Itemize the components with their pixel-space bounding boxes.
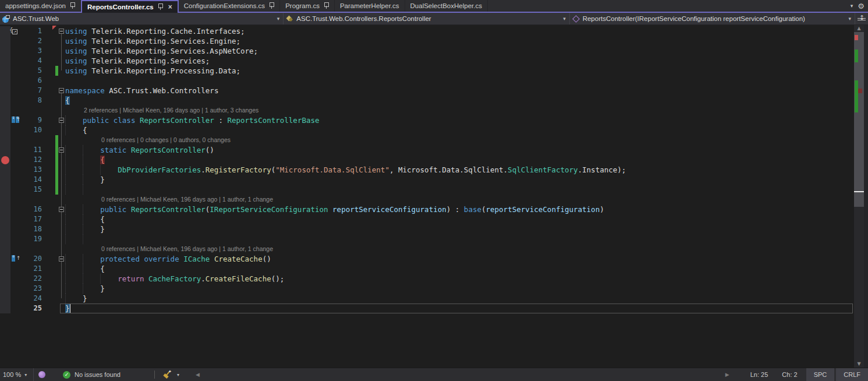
line-content[interactable]: } [65,224,854,234]
collapse-region-icon[interactable] [59,29,64,34]
breakpoint-margin[interactable] [0,66,10,76]
line-content[interactable]: { [65,125,854,135]
breakpoint-margin[interactable] [0,105,10,115]
line-content[interactable] [65,76,854,86]
line-position[interactable]: Ln: 25 [743,371,775,378]
pin-icon[interactable] [324,2,329,9]
chevron-down-icon[interactable]: ▾ [177,372,179,378]
line-content[interactable]: using Telerik.Reporting.Processing.Data; [65,66,854,76]
project-dropdown[interactable]: ASC.Trust.Web ▾ [0,13,284,24]
tab-parameterhelper-cs[interactable]: ParameterHelper.cs [335,0,405,12]
tab-configurationextensions-cs[interactable]: ConfigurationExtensions.cs [179,0,280,12]
breakpoint-margin[interactable] [0,175,10,185]
tab-dualselectboxhelper-cs[interactable]: DualSelectBoxHelper.cs [405,0,488,12]
zoom-control[interactable]: 100 % ▾ [0,368,34,381]
breakpoint-margin[interactable] [0,294,10,304]
pin-icon[interactable] [158,3,163,10]
breakpoint-margin[interactable] [0,86,10,96]
line-content[interactable] [65,234,854,244]
line-content[interactable]: { [65,264,854,274]
pin-icon[interactable] [70,2,75,9]
breakpoint-margin[interactable] [0,224,10,234]
line-content[interactable]: using Telerik.Reporting.Services.Engine; [65,36,854,46]
vertical-scrollbar[interactable]: ▲ ▼ [854,25,864,368]
breakpoint-margin[interactable] [0,274,10,284]
line-content[interactable]: using Telerik.Reporting.Services.AspNetC… [65,46,854,56]
collapse-region-icon[interactable] [59,147,64,153]
type-dropdown[interactable]: ASC.Trust.Web.Controllers.ReportsControl… [284,13,569,24]
tab-reportscontroller-cs[interactable]: ReportsController.cs× [81,0,179,13]
line-content[interactable] [65,185,854,195]
breakpoint-margin[interactable] [0,195,10,204]
breakpoint-margin[interactable] [0,214,10,224]
codelens-text[interactable]: 0 references | Michael Keen, 196 days ag… [101,195,273,204]
breakpoint-margin[interactable] [0,96,10,105]
line-content[interactable]: } [65,284,854,294]
line-content[interactable]: return CacheFactory.CreateFileCache(); [65,274,854,284]
code-editor[interactable]: 1using Telerik.Reporting.Cache.Interface… [0,25,868,368]
line-content[interactable]: 0 references | 0 changes | 0 authors, 0 … [65,135,854,145]
line-content[interactable]: namespace ASC.Trust.Web.Controllers [65,86,854,96]
line-content[interactable]: using Telerik.Reporting.Services; [65,56,854,66]
hscroll-left-arrow-icon[interactable]: ◀ [196,372,200,378]
tab-program-cs[interactable]: Program.cs [280,0,335,12]
line-content[interactable]: public ReportsController(IReportServiceC… [65,204,854,214]
line-content[interactable]: protected override ICache CreateCache() [65,254,854,264]
scroll-up-arrow-icon[interactable]: ▲ [854,25,864,32]
breakpoint-margin[interactable] [0,36,10,46]
codelens-text[interactable]: 0 references | Michael Keen, 196 days ag… [101,244,273,254]
breakpoint-margin[interactable] [0,304,10,313]
line-content[interactable]: static ReportsController() [65,145,854,155]
breakpoint-margin[interactable] [0,135,10,145]
tab-appsettings-dev-json[interactable]: appsettings.dev.json [0,0,81,12]
close-icon[interactable]: × [168,3,172,11]
breakpoint-margin[interactable] [0,254,10,264]
hscroll-right-arrow-icon[interactable]: ▶ [725,372,729,378]
breakpoint-margin[interactable] [0,185,10,195]
line-content[interactable]: public class ReportsController : Reports… [65,115,854,125]
collapse-region-icon[interactable] [59,88,64,93]
copilot-icon[interactable] [38,371,45,378]
pin-icon[interactable] [269,2,274,9]
code-cleanup-broom-icon[interactable]: ✦ [163,371,172,379]
codelens-text[interactable]: 0 references | 0 changes | 0 authors, 0 … [101,135,231,145]
breakpoint-margin[interactable] [0,115,10,125]
line-content[interactable]: { [65,214,854,224]
collapse-region-icon[interactable] [59,207,64,212]
scroll-down-arrow-icon[interactable]: ▼ [854,361,864,368]
line-content[interactable]: } [65,304,854,313]
breakpoint-margin[interactable] [0,155,10,165]
member-dropdown[interactable]: ReportsController(IReportServiceConfigur… [570,13,855,24]
line-content[interactable]: } [65,294,854,304]
codelens-text[interactable]: 2 references | Michael Keen, 196 days ag… [84,105,258,115]
breakpoint-margin[interactable] [0,145,10,155]
breakpoint-margin[interactable] [0,165,10,175]
line-content[interactable]: { [65,96,854,105]
collapse-region-icon[interactable] [59,118,64,123]
split-editor-control[interactable] [855,13,868,24]
line-content[interactable]: { [65,155,854,165]
column-position[interactable]: Ch: 2 [775,371,804,378]
breakpoint-margin[interactable] [0,56,10,66]
line-content[interactable]: DbProviderFactories.RegisterFactory("Mic… [65,165,854,175]
collapse-region-icon[interactable] [59,256,64,262]
tab-overflow-chevron-icon[interactable]: ▾ [851,3,853,9]
breakpoint-margin[interactable] [0,125,10,135]
line-content[interactable]: 0 references | Michael Keen, 196 days ag… [65,244,854,254]
breakpoint-margin[interactable] [0,204,10,214]
breakpoint-margin[interactable] [0,76,10,86]
line-content[interactable]: } [65,175,854,185]
breakpoint-icon[interactable] [1,156,9,164]
line-content[interactable]: using Telerik.Reporting.Cache.Interfaces… [65,26,854,36]
breakpoint-margin[interactable] [0,264,10,274]
breakpoint-margin[interactable] [0,46,10,56]
indent-mode[interactable]: SPC [806,368,835,381]
line-content[interactable]: 2 references | Michael Keen, 196 days ag… [65,105,854,115]
line-ending-mode[interactable]: CRLF [836,368,868,381]
breakpoint-margin[interactable] [0,244,10,254]
line-content[interactable]: 0 references | Michael Keen, 196 days ag… [65,195,854,204]
document-health-indicator[interactable]: ✓ No issues found [63,371,121,379]
settings-gear-icon[interactable]: ⚙ [858,2,865,10]
breakpoint-margin[interactable] [0,234,10,244]
breakpoint-margin[interactable] [0,284,10,294]
